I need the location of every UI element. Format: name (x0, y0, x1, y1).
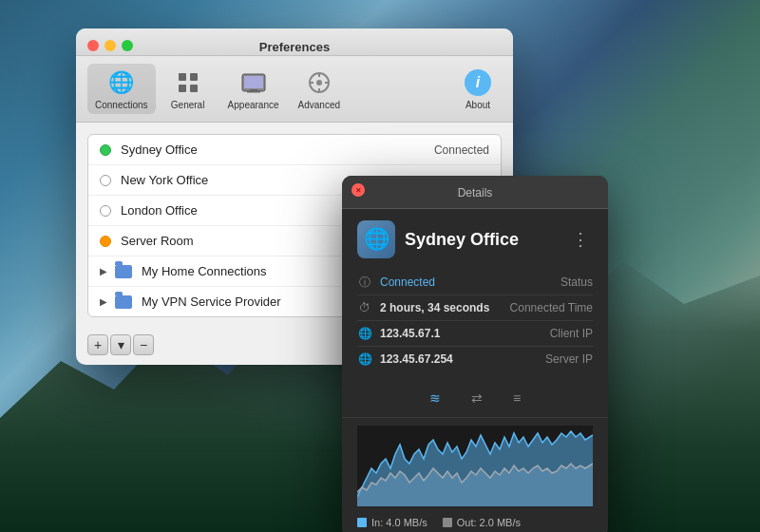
details-time-value: 2 hours, 34 seconds (380, 301, 489, 314)
connections-icon: 🌐 (106, 67, 137, 98)
window-titlebar: Preferences (76, 28, 513, 56)
status-dot-warning (100, 236, 111, 247)
add-connection-dropdown-button[interactable]: ▾ (110, 334, 131, 355)
connections-label: Connections (95, 100, 148, 110)
svg-rect-3 (190, 85, 198, 92)
status-dot-disconnected-london (100, 205, 111, 217)
legend-dot-in (357, 518, 367, 527)
toolbar-appearance[interactable]: Appearance (220, 64, 287, 114)
details-time-label: Connected Time (510, 301, 593, 314)
svg-rect-7 (247, 91, 260, 93)
connection-status-sydney: Connected (434, 143, 489, 157)
window-minimize-button[interactable] (104, 40, 116, 51)
info-circle-icon: ⓘ (357, 275, 372, 290)
globe-icon-server: 🌐 (357, 352, 372, 367)
legend-out: Out: 2.0 MB/s (443, 517, 521, 528)
chart-tab-arrows[interactable]: ⇄ (466, 387, 488, 409)
svg-rect-2 (179, 85, 186, 92)
status-dot-connected (100, 144, 111, 156)
clock-icon: ⏱ (357, 300, 372, 315)
details-row-clientip-left: 🌐 123.45.67.1 (357, 326, 440, 341)
chart-tab-traffic[interactable]: ≋ (424, 387, 446, 409)
about-label: About (466, 100, 490, 110)
legend-dot-out (443, 518, 452, 527)
window-title: Preferences (259, 40, 330, 62)
details-connection-name: Sydney Office (405, 230, 568, 250)
appearance-icon (238, 67, 269, 98)
general-icon (173, 67, 203, 98)
details-titlebar: ✕ Details (342, 176, 608, 209)
details-status-value: Connected (380, 276, 435, 289)
remove-connection-button[interactable]: − (133, 334, 154, 355)
details-serverip-value: 123.45.67.254 (380, 352, 453, 366)
toolbar-connections[interactable]: 🌐 Connections (87, 64, 156, 114)
toolbar-advanced[interactable]: Advanced (291, 64, 348, 114)
details-status-label: Status (560, 276, 593, 289)
details-panel: ✕ Details Sydney Office ⋮ ⓘ Connected St… (342, 176, 608, 532)
legend-in-label: In: 4.0 MB/s (371, 517, 428, 528)
appearance-label: Appearance (228, 100, 279, 110)
toolbar-general[interactable]: General (160, 64, 217, 114)
about-icon: i (463, 67, 493, 98)
chart-tab-list[interactable]: ≡ (507, 387, 526, 409)
details-close-button[interactable]: ✕ (352, 183, 365, 197)
chart-area (342, 418, 608, 513)
details-serverip-label: Server IP (545, 352, 593, 366)
toolbar-right: i About (454, 64, 502, 114)
toolbar-left: 🌐 Connections General (87, 64, 348, 114)
chart-legend: In: 4.0 MB/s Out: 2.0 MB/s (342, 513, 608, 532)
toolbar-about[interactable]: i About (454, 64, 502, 114)
details-row-time-left: ⏱ 2 hours, 34 seconds (357, 300, 489, 315)
advanced-label: Advanced (298, 100, 340, 110)
connection-row-sydney[interactable]: Sydney Office Connected (88, 135, 501, 165)
folder-icon-vpn (115, 295, 132, 309)
status-dot-disconnected-ny (100, 175, 111, 186)
details-vpn-icon (357, 220, 395, 258)
details-info: ⓘ Connected Status ⏱ 2 hours, 34 seconds… (342, 266, 608, 379)
details-row-clientip: 🌐 123.45.67.1 Client IP (357, 321, 593, 347)
add-connection-button[interactable]: + (87, 334, 108, 355)
folder-icon-home (115, 265, 132, 278)
svg-rect-1 (190, 73, 198, 81)
svg-rect-6 (250, 89, 257, 91)
details-header: Sydney Office ⋮ (342, 209, 608, 266)
advanced-icon (304, 67, 334, 98)
window-close-button[interactable] (87, 40, 99, 51)
general-label: General (171, 100, 205, 110)
globe-icon-client: 🌐 (357, 326, 372, 341)
details-menu-button[interactable]: ⋮ (568, 225, 593, 254)
svg-point-9 (316, 80, 322, 86)
folder-arrow-home: ▶ (100, 266, 107, 276)
details-clientip-label: Client IP (550, 327, 593, 340)
svg-rect-5 (244, 76, 263, 88)
connection-name-sydney: Sydney Office (121, 142, 434, 157)
details-clientip-value: 123.45.67.1 (380, 327, 440, 340)
window-maximize-button[interactable] (122, 40, 133, 51)
details-row-serverip-left: 🌐 123.45.67.254 (357, 352, 453, 367)
details-row-status-left: ⓘ Connected (357, 275, 435, 290)
window-controls (87, 40, 133, 51)
details-row-status: ⓘ Connected Status (357, 270, 593, 295)
details-row-time: ⏱ 2 hours, 34 seconds Connected Time (357, 295, 593, 321)
legend-out-label: Out: 2.0 MB/s (457, 517, 521, 528)
svg-rect-0 (179, 73, 186, 81)
traffic-chart (357, 426, 593, 506)
details-title: Details (458, 186, 493, 200)
folder-arrow-vpn: ▶ (100, 296, 107, 307)
details-row-serverip: 🌐 123.45.67.254 Server IP (357, 347, 593, 371)
chart-tabs: ≋ ⇄ ≡ (342, 379, 608, 418)
toolbar: 🌐 Connections General (76, 56, 513, 123)
legend-in: In: 4.0 MB/s (357, 517, 428, 528)
